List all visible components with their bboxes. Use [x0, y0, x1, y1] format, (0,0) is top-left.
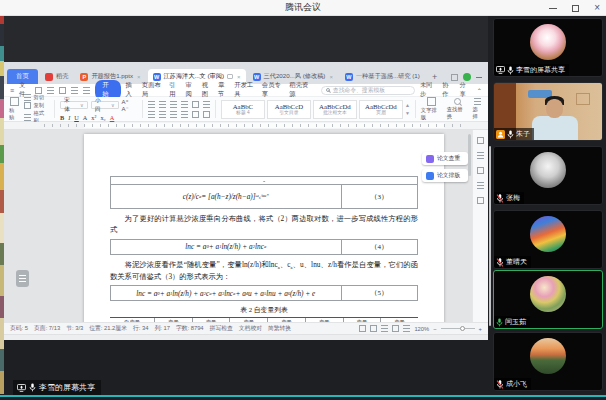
spell-check-toggle[interactable]: 拼写检查: [210, 324, 233, 333]
style-gallery-scroll[interactable]: ▲▼: [405, 100, 410, 119]
bullet-list-icon[interactable]: [148, 101, 155, 108]
wps-menu-bar: ≡ 文件 开始 插入 页面布局 引用 审阅 视图 章节 开发工具 会员专享: [4, 84, 488, 97]
sort-icon[interactable]: [192, 101, 199, 108]
strike-button[interactable]: A: [83, 114, 88, 121]
print-icon[interactable]: [47, 87, 54, 94]
italic-button[interactable]: I: [68, 114, 70, 121]
close-tab-icon[interactable]: ×: [329, 74, 333, 80]
align-right-icon[interactable]: [170, 111, 177, 118]
pen-icon[interactable]: [403, 325, 410, 332]
avatar: [530, 338, 566, 374]
align-left-icon[interactable]: [148, 111, 155, 118]
document-page[interactable]: - c(z)/ca = [a(h−z)/z(h−a)]ωs/κu* （3） 为了…: [84, 134, 444, 322]
document-scrollbar[interactable]: [468, 134, 471, 176]
font-name-select[interactable]: 宋体∨: [60, 101, 88, 109]
equation-3-row: c(z)/ca = [a(h−z)/z(h−a)]ωs/κu* （3）: [110, 185, 418, 209]
screen-share-icon: [496, 66, 505, 74]
indent-icon[interactable]: [181, 101, 188, 108]
subscript-button[interactable]: x₂: [100, 114, 105, 121]
properties-icon[interactable]: [477, 137, 484, 144]
text-layout-button[interactable]: 文字排版: [421, 97, 442, 121]
font-size-select[interactable]: 小四∨: [91, 101, 119, 109]
style-gallery: AaBbC标题 4 AaBbCcD引文目录 AaBbCcDd批注框文本 AaBb…: [221, 100, 410, 119]
convert-toggle[interactable]: 简繁转换: [268, 324, 291, 333]
align-center-icon[interactable]: [159, 111, 166, 118]
style-header[interactable]: AaBbCcDd页眉: [359, 100, 403, 119]
style-citation-toc[interactable]: AaBbCcD引文目录: [267, 100, 311, 119]
save-icon[interactable]: [35, 87, 42, 94]
shading-icon[interactable]: [203, 111, 210, 118]
participant-tile-dongqingtian[interactable]: 董晴天: [493, 210, 603, 269]
wps-ribbon: 粘贴 剪切 复制 格式刷 宋体∨ 小四∨ A⁺ A⁻: [4, 97, 488, 122]
font-resize-buttons[interactable]: A⁺ A⁻: [122, 98, 137, 112]
font-color-button[interactable]: A: [110, 114, 115, 121]
web-view-icon[interactable]: [381, 325, 388, 332]
layout-switch-icon[interactable]: [451, 74, 458, 81]
tencent-meeting-window: 腾讯会议 × 首页 稻壳 P: [0, 0, 606, 400]
comments-icon[interactable]: [477, 152, 484, 159]
show-marks-icon[interactable]: [203, 101, 210, 108]
underline-button[interactable]: U: [74, 114, 79, 121]
justify-icon[interactable]: [181, 111, 188, 118]
paper-format-button[interactable]: 论文排版: [422, 169, 468, 182]
meeting-title: 腾讯会议: [285, 1, 321, 14]
maximize-icon[interactable]: [572, 5, 579, 12]
close-tab-icon[interactable]: ×: [237, 74, 241, 80]
zoom-in-button[interactable]: +: [479, 326, 482, 332]
participant-tile-zhuzi[interactable]: 朱子: [493, 82, 603, 141]
outdent-icon[interactable]: [170, 101, 177, 108]
status-page-number: 页码: 5: [10, 324, 28, 333]
superscript-button[interactable]: x²: [91, 114, 96, 121]
bold-button[interactable]: B: [60, 114, 64, 121]
outline-nav-button[interactable]: [16, 270, 29, 287]
find-replace-button[interactable]: 查找替换: [447, 98, 468, 120]
wps-docer-tab[interactable]: 稻壳: [40, 69, 73, 84]
status-page-count: 页面: 7/13: [34, 324, 60, 333]
tab-label: 江苏海洋大...文 (审阅): [164, 72, 225, 81]
horizontal-ruler[interactable]: [4, 122, 488, 130]
mic-active-icon: [496, 318, 503, 327]
participant-tile-yanyuru[interactable]: 闫玉茹: [493, 270, 603, 329]
participant-tile-zhangmei[interactable]: 张梅: [493, 146, 603, 205]
redo-icon[interactable]: [83, 87, 90, 94]
status-word-count[interactable]: 字数: 8794: [176, 324, 204, 333]
account-avatar[interactable]: [463, 73, 471, 81]
outline-view-icon[interactable]: [392, 325, 399, 332]
numbered-list-icon[interactable]: [159, 101, 166, 108]
style-heading4[interactable]: AaBbC标题 4: [221, 100, 265, 119]
eye-protect-icon[interactable]: [359, 325, 366, 332]
close-icon[interactable]: ×: [594, 3, 600, 13]
select-button[interactable]: 选择: [473, 98, 483, 120]
more-tools-icon[interactable]: [477, 197, 484, 204]
cut-button[interactable]: 剪切: [24, 94, 49, 101]
minimize-icon[interactable]: [549, 8, 557, 9]
wps-minimize-icon[interactable]: [476, 77, 482, 78]
style-comment-text[interactable]: AaBbCcDd批注框文本: [313, 100, 357, 119]
status-section: 节: 3/3: [66, 324, 83, 333]
page-view-icon[interactable]: [370, 325, 377, 332]
paste-button[interactable]: 粘贴: [9, 97, 19, 121]
mic-on-icon: [507, 130, 514, 139]
zoom-level[interactable]: 120%: [414, 326, 429, 332]
participant-tile-chengxiaofei[interactable]: 成小飞: [493, 332, 603, 391]
meeting-stage: 首页 稻壳 P 开题报告1.pptx × W 江苏海洋大...文 (审阅): [0, 16, 606, 400]
zoom-slider-knob[interactable]: [460, 326, 465, 331]
zoom-slider[interactable]: [441, 328, 475, 329]
wps-tab-doc3[interactable]: W 一种基于遥感...研究 (1): [340, 69, 425, 84]
bookmark-icon[interactable]: [477, 167, 484, 174]
line-spacing-icon[interactable]: [192, 111, 199, 118]
sidebar-scrollbar[interactable]: [489, 146, 491, 326]
zoom-out-button[interactable]: −: [433, 326, 436, 332]
proofread-toggle[interactable]: 文档校对: [239, 324, 262, 333]
participant-tile-lixue[interactable]: 李雪的屏幕共享: [493, 18, 603, 77]
clipboard-icon: [10, 97, 19, 106]
undo-icon[interactable]: [71, 87, 78, 94]
close-tab-icon[interactable]: ×: [137, 74, 141, 80]
print-preview-icon[interactable]: [59, 87, 66, 94]
hamburger-icon[interactable]: ≡: [10, 87, 14, 94]
help-icon[interactable]: [477, 182, 484, 189]
paper-check-button[interactable]: 论文查重: [422, 152, 468, 165]
command-search-box[interactable]: 查找命令、搜索模板: [321, 86, 415, 95]
collapse-ribbon-icon[interactable]: ⌃: [477, 87, 482, 94]
copy-button[interactable]: 复制: [24, 102, 49, 109]
